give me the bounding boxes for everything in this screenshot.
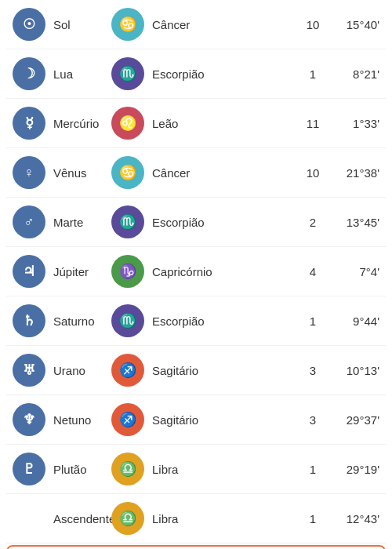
sign-name: Escorpião (144, 216, 301, 229)
sign-symbol: ♐ (119, 362, 136, 379)
sign-symbol: ♑ (119, 263, 136, 280)
table-row: ☿ Mercúrio ♌ Leão 11 1°33' (6, 99, 386, 148)
planet-symbol: ♀ (24, 165, 34, 181)
table-row: ☽ Lua ♏ Escorpião 1 8°21' (6, 49, 386, 99)
sign-symbol: ♋ (119, 164, 136, 181)
house-number: 2 (301, 216, 325, 229)
house-number: 1 (301, 512, 325, 525)
sign-symbol: ♏ (119, 312, 136, 329)
sign-icon: ♏ (111, 57, 144, 90)
table-row: ♆ Netuno ♐ Sagitário 3 29°37' (6, 395, 386, 445)
sign-icon: ♎ (111, 453, 144, 485)
house-number: 3 (301, 364, 325, 377)
sign-name: Capricórnio (144, 265, 301, 278)
sign-symbol: ♋ (119, 16, 136, 33)
planet-symbol: ♅ (23, 362, 35, 379)
planet-symbol: ♃ (23, 263, 35, 280)
degree-value: 7°4' (325, 265, 379, 278)
degree-value: 29°37' (325, 413, 379, 427)
sign-name: Câncer (144, 166, 301, 180)
planet-name: Netuno (45, 413, 108, 427)
sign-icon: ♏ (111, 205, 144, 238)
sign-name: Escorpião (144, 67, 301, 81)
house-number: 1 (301, 314, 325, 328)
sign-symbol: ♌ (119, 115, 136, 132)
sign-symbol: ♐ (119, 411, 136, 428)
sign-icon: ♑ (111, 255, 144, 288)
table-row: ☉ Sol ♋ Câncer 10 15°40' (6, 0, 386, 49)
table-row: ♀ Vênus ♋ Câncer 10 21°38' (6, 148, 386, 198)
planet-symbol: ♇ (23, 460, 35, 478)
planet-symbol: ♄ (23, 312, 35, 329)
planet-icon: ☽ (13, 57, 45, 90)
planet-name: Mercúrio (45, 117, 108, 130)
house-number: 4 (301, 265, 325, 278)
table-row: Ascendente ♎ Libra 1 12°43' (6, 494, 386, 544)
planet-icon: ♄ (13, 304, 45, 337)
sign-symbol: ♎ (119, 460, 136, 478)
planet-icon: ♆ (13, 403, 45, 436)
planet-name: Urano (45, 364, 108, 377)
sign-icon: ♐ (111, 354, 144, 387)
table-row: ♅ Urano ♐ Sagitário 3 10°13' (6, 346, 386, 395)
degree-value: 8°21' (325, 67, 379, 81)
house-number: 11 (301, 117, 325, 130)
house-number: 10 (301, 18, 325, 31)
sign-name: Câncer (144, 18, 301, 31)
sign-icon: ♌ (111, 107, 144, 140)
sign-name: Sagitário (144, 364, 301, 377)
sign-name: Libra (144, 463, 301, 476)
house-number: 10 (301, 166, 325, 180)
degree-value: 9°44' (325, 314, 379, 328)
planet-name: Lua (45, 67, 108, 81)
sign-name: Leão (144, 117, 301, 130)
sign-icon: ♎ (111, 502, 144, 535)
planet-icon-empty (13, 502, 45, 535)
planet-icon: ♃ (13, 255, 45, 288)
sign-symbol: ♏ (119, 65, 136, 82)
planet-icon: ☉ (13, 8, 45, 41)
sign-icon: ♐ (111, 403, 144, 436)
planet-name: Marte (45, 216, 108, 229)
sign-name: Sagitário (144, 413, 301, 427)
planet-icon: ♂ (13, 205, 45, 238)
planet-symbol: ♂ (24, 214, 34, 231)
planet-name: Júpiter (45, 265, 108, 278)
planet-icon: ♅ (13, 354, 45, 387)
sign-icon: ♋ (111, 156, 144, 189)
degree-value: 15°40' (325, 18, 379, 31)
degree-value: 29°19' (325, 463, 379, 476)
sign-icon: ♋ (111, 8, 144, 41)
degree-value: 12°43' (325, 512, 379, 525)
degree-value: 21°38' (325, 166, 379, 180)
planet-name: Sol (45, 18, 108, 31)
sign-name: Libra (144, 512, 301, 525)
house-number: 1 (301, 67, 325, 81)
planet-name: Plutão (45, 463, 108, 476)
house-number: 1 (301, 463, 325, 476)
sign-name: Escorpião (144, 314, 301, 328)
planet-name: Vênus (45, 166, 108, 180)
planet-name: Saturno (45, 314, 108, 328)
degree-value: 10°13' (325, 364, 379, 377)
planet-icon: ♀ (13, 156, 45, 189)
planet-icon: ☿ (13, 107, 45, 140)
table-row: Meio do Céu ♋ Câncer 10 8°4' (6, 545, 386, 549)
house-number: 3 (301, 413, 325, 427)
table-row: ♄ Saturno ♏ Escorpião 1 9°44' (6, 296, 386, 346)
table-row: ♇ Plutão ♎ Libra 1 29°19' (6, 445, 386, 494)
degree-value: 1°33' (325, 117, 379, 130)
planet-symbol: ☿ (25, 115, 34, 132)
degree-value: 13°45' (325, 216, 379, 229)
planet-icon: ♇ (13, 453, 45, 485)
planet-name: Ascendente (45, 512, 108, 525)
sign-symbol: ♏ (119, 213, 136, 231)
planet-table: ☉ Sol ♋ Câncer 10 15°40' ☽ Lua ♏ Escorpi… (0, 0, 392, 549)
sign-icon: ♏ (111, 304, 144, 337)
sign-symbol: ♎ (119, 510, 136, 527)
planet-symbol: ♆ (23, 411, 35, 428)
planet-symbol: ☽ (23, 65, 35, 82)
table-row: ♃ Júpiter ♑ Capricórnio 4 7°4' (6, 247, 386, 296)
table-row: ♂ Marte ♏ Escorpião 2 13°45' (6, 198, 386, 247)
planet-symbol: ☉ (23, 16, 35, 33)
